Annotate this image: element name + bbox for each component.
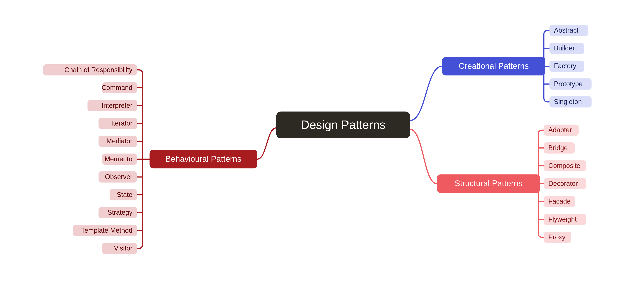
creational-label: Creational Patterns bbox=[459, 61, 529, 70]
creational-leaf-1-label: Builder bbox=[554, 44, 575, 52]
structural-leaf-1-label: Bridge bbox=[548, 144, 568, 152]
behavioural-leaf-8-label: Strategy bbox=[108, 208, 132, 216]
behavioural-leaf-0-label: Chain of Responsibility bbox=[64, 66, 132, 74]
leaf-connector bbox=[538, 234, 544, 237]
creational-leaf-2-label: Factory bbox=[554, 62, 576, 70]
behavioural-leaf-5-label: Memento bbox=[104, 155, 132, 163]
leaf-connector bbox=[538, 130, 544, 134]
behavioural-label: Behavioural Patterns bbox=[166, 154, 241, 163]
creational-leaf-0-label: Abstract bbox=[554, 26, 578, 34]
behavioural-leaf-2-label: Interpreter bbox=[102, 102, 132, 109]
leaf-connector bbox=[137, 244, 142, 248]
behavioural-leaf-1-label: Command bbox=[102, 84, 132, 92]
leaf-connector bbox=[544, 98, 550, 102]
behavioural-leaf-10-label: Visitor bbox=[114, 244, 132, 252]
root-to-structural bbox=[410, 130, 437, 184]
structural-leaf-0-label: Adapter bbox=[548, 126, 572, 134]
behavioural-leaf-7-label: State bbox=[117, 191, 132, 198]
behavioural-leaf-6-label: Observer bbox=[105, 173, 132, 180]
leaf-connector bbox=[544, 30, 550, 34]
creational-leaf-3-label: Prototype bbox=[554, 80, 582, 88]
creational-leaf-4-label: Singleton bbox=[554, 98, 582, 106]
root-to-behavioural bbox=[257, 128, 276, 159]
behavioural-leaf-4-label: Mediator bbox=[106, 137, 132, 145]
mindmap-diagram: Design PatternsCreational PatternsAbstra… bbox=[0, 0, 644, 290]
structural-leaf-4-label: Facade bbox=[548, 198, 570, 205]
structural-label: Structural Patterns bbox=[455, 179, 522, 188]
structural-leaf-5-label: Flyweight bbox=[548, 216, 576, 223]
root-label: Design Patterns bbox=[301, 118, 386, 132]
behavioural-leaf-3-label: Iterator bbox=[111, 120, 132, 127]
behavioural-leaf-9-label: Template Method bbox=[81, 226, 132, 234]
structural-leaf-3-label: Decorator bbox=[548, 180, 578, 187]
root-to-creational bbox=[410, 66, 442, 120]
structural-leaf-6-label: Proxy bbox=[548, 233, 566, 241]
structural-leaf-2-label: Composite bbox=[548, 162, 580, 170]
leaf-connector bbox=[137, 70, 142, 74]
